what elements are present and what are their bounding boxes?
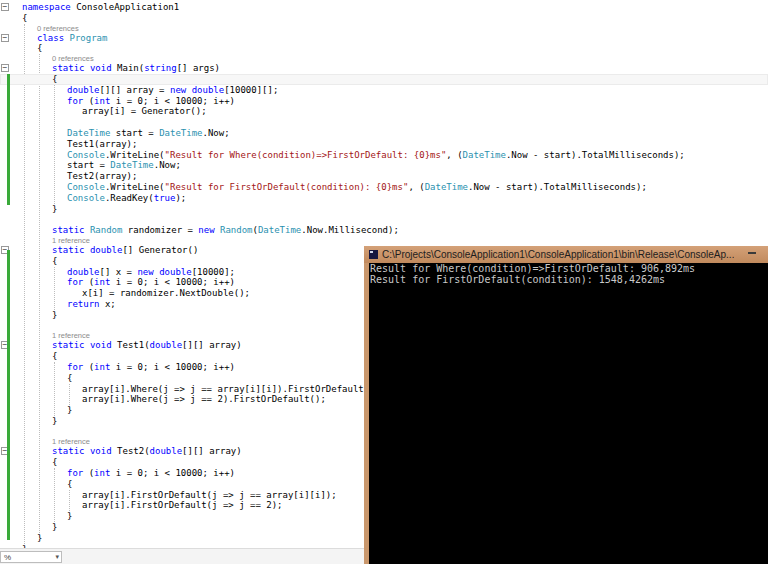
codelens-line[interactable]: 1 reference [0,236,768,245]
code-token: DateTime [258,225,301,235]
code-token: [10000]; [192,267,235,277]
code-token: array[i].Where(j => j == 2).FirstOrDefau… [82,394,326,404]
code-token: { [37,43,42,53]
code-line[interactable]: { [0,43,768,54]
code-token: x; [100,299,116,309]
codelens-references-label[interactable]: 1 reference [52,331,90,340]
code-line[interactable]: static Random randomizer = new Random(Da… [0,225,768,236]
code-token: void [90,63,112,73]
code-token: [] args) [177,63,220,73]
codelens-line[interactable]: 0 references [0,54,768,63]
code-line[interactable]: Console.WriteLine("Result for Where(cond… [0,150,768,161]
code-line[interactable]: array[i] = Generator(); [0,106,768,117]
code-line[interactable] [0,214,768,225]
code-token: } [67,511,72,521]
chevron-down-icon[interactable]: ▾ [55,553,59,561]
code-token: DateTime [425,182,468,192]
code-token: Test2(array); [67,171,137,181]
code-token: { [52,457,57,467]
code-token: [][] array = [100,85,170,95]
zoom-select[interactable]: % ▾ [0,551,62,563]
code-token: double [90,245,123,255]
codelens-references-label[interactable]: 0 references [37,24,79,33]
code-line[interactable]: −class Program [0,33,768,44]
collapse-minus-icon[interactable]: − [1,3,9,11]
code-token: DateTime [67,128,110,138]
code-token: array[i].Where(j => j == array[i][i]).Fi… [82,384,380,394]
code-token: double [159,267,192,277]
code-token: Console [67,182,105,192]
code-token: [] Generator() [122,245,198,255]
console-window[interactable]: C:\Projects\ConsoleApplication1\ConsoleA… [364,246,768,564]
code-token: { [52,256,57,266]
code-token: i = 0; i < 10000; i++) [110,277,235,287]
code-token: void [90,446,112,456]
minimize-button[interactable] [748,252,756,254]
code-token: .WriteLine( [105,182,165,192]
code-token: double [192,85,225,95]
code-line[interactable]: start = DateTime.Now; [0,160,768,171]
console-title-bar[interactable]: C:\Projects\ConsoleApplication1\ConsoleA… [364,246,768,263]
code-token: DateTime [110,160,153,170]
code-token: } [37,533,42,543]
code-line[interactable]: for (int i = 0; i < 10000; i++) [0,96,768,107]
code-line[interactable]: Test1(array); [0,139,768,150]
code-line[interactable]: } [0,204,768,215]
code-line[interactable]: Console.ReadKey(true); [0,193,768,204]
code-token: new [170,85,186,95]
code-token: ( [83,96,94,106]
code-token: true [154,193,176,203]
code-token: .Now - start).TotalMilliseconds); [506,150,685,160]
console-output-line: Result for Where(condition)=>FirstOrDefa… [370,264,768,275]
console-output-line: Result for FirstOrDefault(condition): 15… [370,275,768,286]
codelens-line[interactable]: 0 references [0,24,768,33]
code-token: for [67,96,83,106]
console-output: Result for Where(condition)=>FirstOrDefa… [369,263,768,564]
code-token: ( [83,468,94,478]
code-token: static [52,340,85,350]
code-token: namespace [22,2,71,12]
codelens-references-label[interactable]: 0 references [52,54,94,63]
code-token: [10000][]; [224,85,278,95]
code-token: [] x = [100,267,138,277]
code-line[interactable]: Console.WriteLine("Result for FirstOrDef… [0,182,768,193]
collapse-minus-icon[interactable]: − [1,34,9,42]
code-token: i = 0; i < 10000; i++) [110,468,235,478]
code-token: } [52,522,57,532]
code-token: ); [175,193,186,203]
code-token: [][] array) [182,446,242,456]
code-line[interactable]: double[][] array = new double[10000][]; [0,85,768,96]
code-token: } [67,405,72,415]
code-line[interactable]: Test2(array); [0,171,768,182]
code-token: for [67,468,83,478]
code-token: static [52,225,85,235]
code-token: int [94,277,110,287]
code-token: .ReadKey( [105,193,154,203]
code-token: { [52,74,57,84]
code-token: class [37,33,64,43]
code-line[interactable]: −static void Main(string[] args) [0,63,768,74]
code-token: start = [110,128,159,138]
code-token: new [198,225,214,235]
code-token: double [150,446,183,456]
code-line[interactable] [0,117,768,128]
codelens-references-label[interactable]: 1 reference [52,236,90,245]
code-token: return [67,299,100,309]
code-token: DateTime [159,128,202,138]
code-token: randomizer = [122,225,198,235]
code-line[interactable]: DateTime start = DateTime.Now; [0,128,768,139]
code-line[interactable]: { [0,13,768,24]
code-token: } [52,310,57,320]
console-title: C:\Projects\ConsoleApplication1\ConsoleA… [382,249,734,260]
collapse-minus-icon[interactable]: − [1,64,9,72]
code-token: Random [220,225,253,235]
code-line[interactable]: { [0,74,768,85]
code-line[interactable]: −namespace ConsoleApplication1 [0,2,768,13]
track-changes-bar [7,74,10,205]
code-token: void [90,340,112,350]
code-token: Test1(array); [67,139,137,149]
code-token: .Now.Millisecond); [301,225,399,235]
codelens-references-label[interactable]: 1 reference [52,437,90,446]
code-token: for [67,362,83,372]
code-token: start = [67,160,110,170]
